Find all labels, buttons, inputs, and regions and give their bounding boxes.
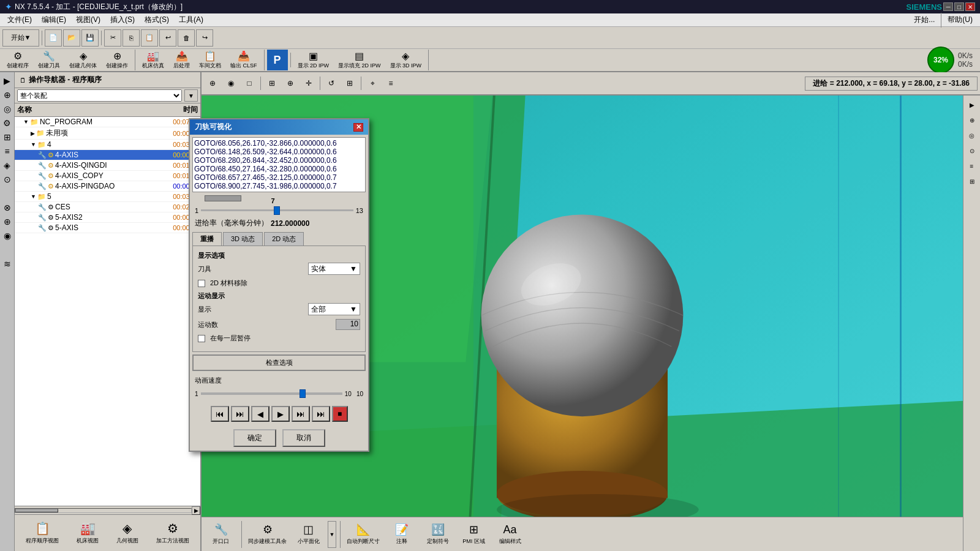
tool-select[interactable]: 实体 ▼ — [308, 263, 360, 275]
tree-row[interactable]: 🔧 ⚙ 4-AXIS_COPY 00:01:03 — [15, 171, 200, 181]
redo-btn[interactable]: ↪ — [196, 29, 213, 47]
play-prev-btn[interactable]: ⏭ — [231, 406, 249, 422]
open-btn[interactable]: 📂 — [63, 29, 80, 47]
left-icon-9[interactable]: ⊗ — [2, 201, 12, 214]
vp-pan-btn[interactable]: ✛ — [300, 75, 317, 92]
show-fill-2d-btn[interactable]: ▤ 显示填充 2D IPW — [334, 50, 385, 70]
display-select[interactable]: 全部 ▼ — [308, 303, 360, 315]
vp-view-btn[interactable]: ⊕ — [204, 75, 221, 92]
vp-wire-btn[interactable]: □ — [241, 75, 258, 92]
menu-format[interactable]: 格式(S) — [140, 13, 174, 26]
stop-btn[interactable]: ■ — [332, 406, 348, 422]
cancel-btn[interactable]: 取消 — [282, 429, 325, 447]
motion-count-input[interactable]: 10 — [336, 319, 360, 330]
inspect-btn[interactable]: 检查选项 — [192, 354, 366, 371]
copy-btn[interactable]: ⎘ — [123, 29, 140, 47]
play-first-btn[interactable]: ⏮ — [211, 406, 229, 422]
create-geo-btn[interactable]: ◈ 创建几何体 — [65, 50, 101, 70]
edit-style-btn[interactable]: Aa 编辑样式 — [493, 522, 527, 547]
dialog-hscrollbar[interactable] — [192, 195, 366, 202]
menu-tools[interactable]: 工具(A) — [174, 13, 208, 26]
save-btn[interactable]: 💾 — [81, 29, 99, 47]
tree-row-selected[interactable]: 🔧 ⚙ 4-AXIS 00:00:33 — [15, 150, 200, 160]
scroll-right[interactable]: ▶ — [192, 506, 200, 515]
tree-row[interactable]: 🔧 ⚙ 5-AXIS2 00:00:28 — [15, 212, 200, 223]
play-back-btn[interactable]: ◀ — [251, 406, 270, 422]
left-icon-7[interactable]: ◈ — [2, 159, 12, 171]
vp-more-btn[interactable]: ≡ — [382, 75, 399, 92]
geo-view-btn[interactable]: ◈ 几何视图 — [116, 521, 138, 545]
vp-rotate-btn[interactable]: ↺ — [323, 75, 340, 92]
tab-replay[interactable]: 重播 — [192, 232, 222, 246]
restore-btn[interactable]: □ — [954, 2, 964, 11]
machine-view-btn[interactable]: 🏭 机床视图 — [77, 521, 99, 545]
vp-snap-btn[interactable]: ⌖ — [364, 75, 381, 92]
clsf-btn[interactable]: 📥 输出 CLSF — [226, 50, 262, 70]
vp-rt-1[interactable]: ▶ — [965, 98, 979, 111]
left-icon-12[interactable]: ≋ — [2, 258, 12, 270]
close-btn[interactable]: ✕ — [965, 2, 975, 11]
tree-row[interactable]: ▶ 📁 未用项 00:00:00 — [15, 127, 200, 140]
left-icon-2[interactable]: ⊕ — [2, 89, 12, 101]
undo-btn[interactable]: ↩ — [159, 29, 176, 47]
tree-row-ces[interactable]: 🔧 ⚙ CES 00:02:03 — [15, 202, 200, 212]
vp-rt-4[interactable]: ⊙ — [965, 144, 979, 157]
pmi-btn[interactable]: ⊞ PMI 区域 — [457, 522, 491, 547]
play-last-btn[interactable]: ⏭ — [312, 406, 330, 422]
post-btn[interactable]: 📤 后处理 — [169, 50, 194, 70]
left-icon-5[interactable]: ⊞ — [2, 131, 12, 143]
menu-view[interactable]: 视图(V) — [71, 13, 105, 26]
vp-orient-btn[interactable]: ⊞ — [263, 75, 281, 92]
custom-sym-btn[interactable]: 🔣 定制符号 — [421, 522, 454, 547]
method-view-btn[interactable]: ⚙ 加工方法视图 — [156, 521, 189, 545]
filter-btn[interactable]: ▼ — [184, 89, 198, 102]
vp-rt-6[interactable]: ⊞ — [965, 174, 979, 188]
start-dropdown[interactable]: 开始▼ — [2, 29, 39, 47]
left-icon-11[interactable]: ◉ — [2, 230, 12, 242]
speed-slider[interactable] — [300, 389, 306, 398]
flatten-btn[interactable]: ◫ 小平面化 — [292, 522, 325, 547]
vp-shade-btn[interactable]: ◉ — [222, 75, 239, 92]
material-checkbox[interactable] — [198, 280, 205, 287]
main-slider-thumb[interactable] — [274, 206, 280, 215]
left-icon-6[interactable]: ≡ — [3, 145, 10, 157]
ok-btn[interactable]: 确定 — [233, 429, 276, 447]
tree-row[interactable]: 🔧 ⚙ 5-AXIS 00:00:28 — [15, 223, 200, 233]
left-icon-10[interactable]: ⊕ — [2, 216, 12, 228]
play-fwd-btn[interactable]: ▶ — [271, 406, 290, 422]
sync-tool-btn[interactable]: ⚙ 同步建模工具余 — [246, 522, 289, 547]
delete-btn[interactable]: 🗑 — [178, 29, 195, 47]
menu-edit[interactable]: 编辑(E) — [37, 13, 71, 26]
tree-row[interactable]: ▼ 📁 NC_PROGRAM 00:07:09 — [15, 117, 200, 127]
left-icon-1[interactable]: ▶ — [2, 75, 12, 87]
program-order-view-btn[interactable]: 📋 程序顺序视图 — [26, 521, 59, 545]
create-op-btn[interactable]: ⊕ 创建操作 — [102, 50, 132, 70]
menu-start[interactable]: 开始... — [909, 13, 940, 26]
show-3d-ipw-btn[interactable]: ◈ 显示 3D IPW — [386, 50, 426, 70]
dialog-close-btn[interactable]: ✕ — [353, 123, 363, 132]
create-program-btn[interactable]: ⚙ 创建程序 — [2, 50, 33, 70]
open-mach-btn[interactable]: 🔧 开口口 — [204, 522, 238, 547]
tab-3d[interactable]: 3D 动态 — [223, 232, 263, 246]
pause-checkbox[interactable] — [198, 335, 205, 342]
left-icon-3[interactable]: ◎ — [2, 103, 12, 115]
tab-2d[interactable]: 2D 动态 — [264, 232, 304, 246]
nav-scrollbar[interactable]: ▶ — [15, 506, 200, 514]
workshop-btn[interactable]: 📋 车间文档 — [195, 50, 225, 70]
expand-btn[interactable]: ▼ — [328, 521, 336, 548]
p-btn[interactable]: P — [267, 50, 288, 70]
auto-dim-btn[interactable]: 📐 自动判断尺寸 — [344, 522, 382, 547]
hscrollbar-thumb[interactable] — [205, 195, 241, 201]
show-2d-ipw-btn[interactable]: ▣ 显示 2D IPW — [293, 50, 334, 70]
note-btn[interactable]: 📝 注释 — [385, 522, 418, 547]
menu-file[interactable]: 文件(E) — [2, 13, 37, 26]
vp-rt-5[interactable]: ≡ — [965, 159, 979, 173]
tree-row[interactable]: 🔧 ⚙ 4-AXIS-QINGDI 00:01:01 — [15, 160, 200, 171]
menu-insert[interactable]: 插入(S) — [105, 13, 140, 26]
tree-row[interactable]: ▼ 📁 4 00:03:34 — [15, 140, 200, 150]
tree-row[interactable]: 🔧 ⚙ 4-AXIS-PINGDAO 00:00:33 — [15, 181, 200, 192]
vp-rt-3[interactable]: ◎ — [965, 129, 979, 142]
vp-zoom-btn[interactable]: ⊕ — [282, 75, 299, 92]
menu-help[interactable]: 帮助(U) — [943, 13, 978, 26]
new-btn[interactable]: 📄 — [45, 29, 62, 47]
